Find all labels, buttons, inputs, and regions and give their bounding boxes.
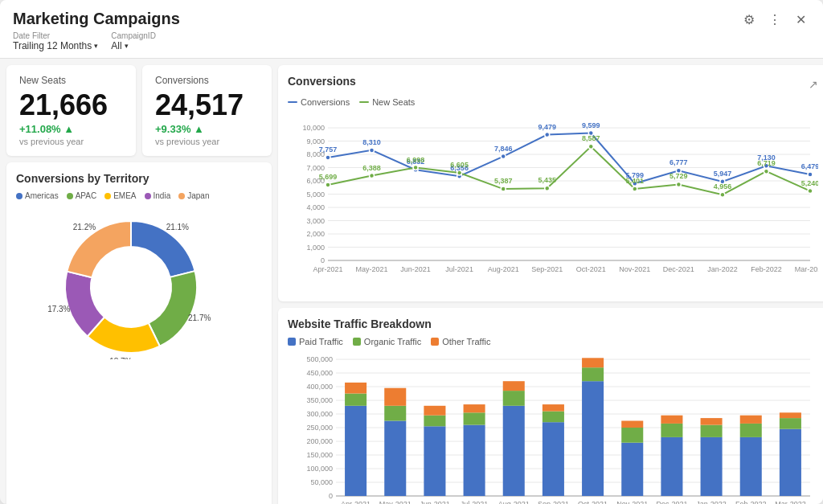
svg-text:50,000: 50,000 — [310, 478, 333, 486]
svg-text:Aug-2021: Aug-2021 — [488, 265, 519, 273]
svg-text:10,000: 10,000 — [302, 124, 325, 132]
svg-rect-139 — [582, 381, 604, 496]
svg-rect-150 — [701, 418, 723, 425]
svg-point-44 — [545, 133, 550, 137]
svg-rect-155 — [780, 418, 801, 429]
svg-rect-156 — [780, 412, 801, 418]
svg-rect-131 — [464, 412, 485, 424]
svg-point-61 — [764, 169, 768, 174]
svg-point-55 — [501, 186, 506, 191]
left-column: New Seats 21,666 +11.08% ▲ vs previous y… — [6, 65, 272, 504]
new-seats-card: New Seats 21,666 +11.08% ▲ vs previous y… — [6, 65, 136, 156]
svg-text:Feb-2022: Feb-2022 — [735, 500, 767, 504]
svg-rect-151 — [740, 437, 762, 496]
campaign-filter-value[interactable]: All ▾ — [111, 40, 156, 51]
svg-text:5,729: 5,729 — [669, 172, 688, 180]
new-seats-label: New Seats — [19, 75, 123, 86]
close-icon[interactable]: ✕ — [791, 10, 810, 29]
svg-point-56 — [545, 186, 550, 191]
territory-legend-item: EMEA — [104, 191, 136, 200]
svg-text:450,000: 450,000 — [306, 369, 333, 377]
svg-text:Sep-2021: Sep-2021 — [531, 265, 563, 273]
header: Marketing Campaigns Date Filter Trailing… — [0, 0, 823, 59]
conversions-chart-title: Conversions — [288, 75, 356, 88]
svg-text:4,000: 4,000 — [306, 203, 325, 211]
traffic-legend-item: Organic Traffic — [353, 337, 421, 346]
conversions-header: Conversions ↗ — [288, 75, 818, 94]
conversions-line-chart: 01,0002,0003,0004,0005,0006,0007,0008,00… — [288, 112, 818, 289]
settings-icon[interactable]: ⚙ — [739, 10, 759, 29]
conversions-metric-change: +9.33% ▲ — [155, 123, 259, 135]
svg-rect-138 — [543, 404, 564, 412]
svg-text:6,388: 6,388 — [362, 164, 381, 172]
svg-text:Mar-2022: Mar-2022 — [795, 265, 818, 273]
territory-donut-chart: 21.1%21.7%18.7%17.3%21.2% — [27, 207, 252, 359]
svg-rect-123 — [345, 383, 366, 394]
svg-text:6,719: 6,719 — [757, 159, 776, 167]
svg-text:5,699: 5,699 — [319, 173, 338, 181]
svg-text:400,000: 400,000 — [306, 383, 333, 391]
svg-rect-134 — [503, 391, 525, 406]
svg-text:21.7%: 21.7% — [188, 313, 211, 322]
svg-text:8,587: 8,587 — [582, 134, 600, 142]
svg-text:Aug-2021: Aug-2021 — [498, 500, 530, 504]
conversions-legend: Conversions New Seats — [288, 97, 818, 107]
territory-title: Conversions by Territory — [16, 172, 262, 185]
svg-text:150,000: 150,000 — [306, 451, 333, 459]
svg-text:200,000: 200,000 — [306, 437, 333, 445]
svg-text:Apr-2021: Apr-2021 — [341, 500, 371, 504]
svg-text:Jun-2021: Jun-2021 — [400, 265, 431, 273]
conversions-metric-label: Conversions — [155, 75, 259, 86]
svg-rect-144 — [621, 421, 643, 428]
svg-text:Mar-2022: Mar-2022 — [775, 500, 806, 504]
svg-rect-149 — [701, 425, 723, 437]
campaign-filter-group: CampaignID All ▾ — [111, 31, 156, 51]
svg-rect-153 — [740, 416, 762, 424]
new-seats-change: +11.08% ▲ — [19, 123, 123, 135]
metrics-row: New Seats 21,666 +11.08% ▲ vs previous y… — [6, 65, 272, 156]
date-filter-arrow: ▾ — [94, 42, 98, 50]
svg-text:9,599: 9,599 — [582, 121, 600, 129]
svg-rect-140 — [582, 367, 604, 381]
traffic-title: Website Traffic Breakdown — [288, 318, 818, 330]
svg-rect-154 — [780, 429, 801, 496]
svg-text:Apr-2021: Apr-2021 — [313, 265, 342, 273]
traffic-legend-item: Other Traffic — [431, 337, 490, 346]
header-icons: ⚙ ⋮ ✕ — [739, 10, 810, 29]
svg-text:May-2021: May-2021 — [356, 265, 388, 273]
territory-legend-item: Japan — [178, 191, 209, 200]
header-left: Marketing Campaigns Date Filter Trailing… — [13, 10, 180, 51]
expand-icon[interactable]: ↗ — [809, 78, 818, 91]
svg-rect-133 — [503, 406, 525, 496]
svg-point-50 — [808, 172, 813, 177]
svg-point-51 — [326, 182, 330, 187]
legend-new-seats: New Seats — [359, 97, 415, 107]
campaign-filter-arrow: ▾ — [125, 42, 129, 50]
svg-point-52 — [370, 174, 375, 178]
new-seats-value: 21,666 — [19, 91, 123, 120]
svg-text:0: 0 — [329, 492, 333, 500]
svg-text:5,435: 5,435 — [538, 176, 556, 184]
date-filter-value[interactable]: Trailing 12 Months ▾ — [13, 40, 98, 51]
svg-text:6,479: 6,479 — [801, 162, 818, 170]
svg-text:350,000: 350,000 — [306, 396, 333, 404]
svg-text:5,000: 5,000 — [306, 191, 325, 199]
svg-text:9,479: 9,479 — [538, 123, 556, 131]
traffic-bar-chart: 050,000100,000150,000200,000250,000300,0… — [288, 351, 818, 504]
svg-rect-141 — [582, 358, 604, 367]
svg-rect-143 — [621, 428, 643, 443]
date-filter-label: Date Filter — [13, 31, 98, 40]
svg-rect-121 — [345, 406, 366, 496]
svg-text:6,605: 6,605 — [450, 161, 469, 169]
territory-chart-area: 21.1%21.7%18.7%17.3%21.2% — [16, 207, 262, 359]
svg-text:Oct-2021: Oct-2021 — [576, 265, 606, 273]
more-icon[interactable]: ⋮ — [765, 10, 784, 29]
svg-point-39 — [326, 155, 330, 160]
territory-legend-item: Americas — [16, 191, 59, 200]
svg-text:4,956: 4,956 — [714, 182, 732, 191]
svg-rect-136 — [543, 422, 564, 496]
svg-rect-152 — [740, 424, 762, 437]
svg-point-57 — [588, 144, 593, 149]
territory-card: Conversions by Territory AmericasAPACEME… — [6, 162, 272, 504]
new-seats-vs: vs previous year — [19, 137, 123, 146]
